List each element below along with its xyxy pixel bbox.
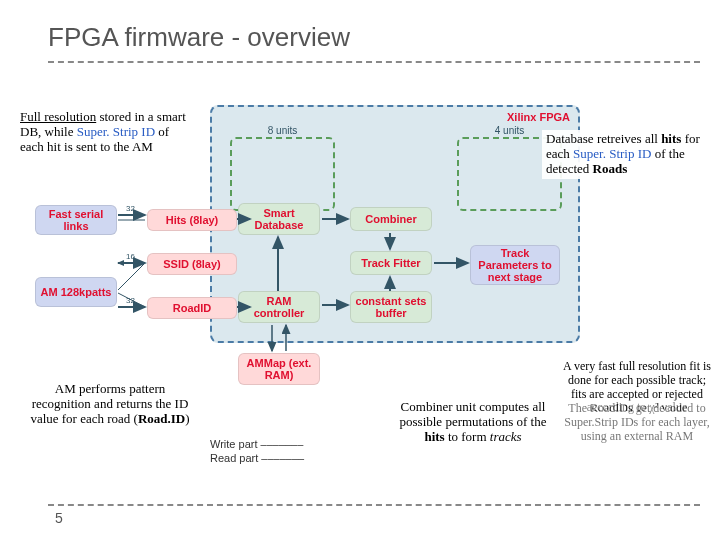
unit-group-8-label: 8 units <box>232 125 333 136</box>
svg-line-4 <box>118 263 145 290</box>
node-ammap: AMMap (ext. RAM) <box>238 353 320 385</box>
note-roadids-decode: The RoadIDs get decoded to Super.Strip I… <box>558 400 716 445</box>
bus-width-c: 32 <box>126 296 135 305</box>
title-divider <box>48 61 700 63</box>
page-title: FPGA firmware - overview <box>0 0 720 61</box>
node-track-fitter: Track Fitter <box>350 251 432 275</box>
node-const-buffer: constant sets buffer <box>350 291 432 323</box>
note-am-performs: AM performs pattern recognition and retu… <box>24 380 196 429</box>
node-smart-database: Smart Database <box>238 203 320 235</box>
bus-width-a: 32 <box>126 204 135 213</box>
write-part-label: Write part ––––––– <box>210 438 303 450</box>
note-combiner: Combiner unit computes all possible perm… <box>388 398 558 447</box>
node-am: AM 128kpatts <box>35 277 117 307</box>
page-number: 5 <box>55 510 63 526</box>
bus-width-b: 16 <box>126 252 135 261</box>
node-combiner: Combiner <box>350 207 432 231</box>
note-database-retrieves: Database retreives all hits for each Sup… <box>542 130 704 179</box>
note-full-resolution: Full resolution stored in a smart DB, wh… <box>16 108 196 157</box>
node-fast-links: Fast serial links <box>35 205 117 235</box>
node-hits: Hits (8lay) <box>147 209 237 231</box>
svg-line-5 <box>118 293 145 307</box>
unit-group-8: 8 units <box>230 137 335 211</box>
node-track-output: Track Parameters to next stage <box>470 245 560 285</box>
footer-divider <box>48 504 700 506</box>
fpga-region-title: Xilinx FPGA <box>507 111 570 123</box>
read-part-label: Read part ––––––– <box>210 452 304 464</box>
node-roadid: RoadID <box>147 297 237 319</box>
node-ssid: SSID (8lay) <box>147 253 237 275</box>
node-ram-controller: RAM controller <box>238 291 320 323</box>
